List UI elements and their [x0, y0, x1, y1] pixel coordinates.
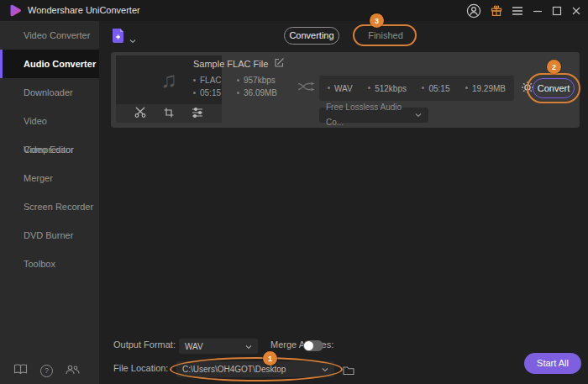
start-all-button[interactable]: Start All [524, 353, 581, 374]
titlebar: Wondershare UniConverter [0, 0, 588, 21]
sidebar: Video Converter Audio Converter Download… [0, 21, 99, 384]
chevron-down-icon [245, 342, 252, 351]
file-tools-strip [116, 104, 222, 123]
file-title: Sample FLAC File [193, 59, 268, 69]
sidebar-item-video-converter[interactable]: Video Converter [0, 21, 99, 50]
chevron-down-icon [415, 108, 422, 123]
merge-all-files-toggle[interactable] [303, 340, 323, 351]
output-format-label: Output Format: [113, 339, 176, 350]
help-icon[interactable]: ? [40, 365, 53, 377]
source-duration: 05:15 [193, 88, 237, 101]
app-title: Wondershare UniConverter [28, 0, 140, 21]
crop-icon[interactable] [164, 106, 174, 121]
output-format-dropdown[interactable]: WAV [179, 339, 258, 354]
sidebar-item-audio-converter[interactable]: Audio Converter [0, 50, 99, 78]
sidebar-item-merger[interactable]: Merger [0, 164, 99, 192]
app-logo-icon [8, 3, 23, 21]
sidebar-item-video-compressor[interactable]: Video Compressor [0, 107, 99, 135]
add-file-icon [111, 27, 127, 47]
codec-dropdown-value: Free Lossless Audio Co... [326, 100, 415, 130]
user-guide-book-icon[interactable] [13, 363, 28, 378]
main-panel: Converting Finished ♫ [99, 21, 588, 384]
annotation-step1-badge: 1 [263, 351, 277, 366]
sidebar-item-downloader[interactable]: Downloader [0, 78, 99, 107]
sidebar-item-screen-recorder[interactable]: Screen Recorder [0, 192, 99, 221]
target-file-info: WAV 512kbps 05:15 19.29MB [319, 76, 514, 101]
music-note-icon: ♫ [160, 67, 177, 93]
chevron-down-icon [129, 32, 136, 47]
gift-icon[interactable] [491, 5, 502, 17]
menu-icon[interactable] [512, 6, 523, 16]
merge-all-files-label: Merge All Files: [270, 339, 333, 350]
close-icon[interactable] [571, 6, 581, 16]
add-file-button[interactable] [111, 27, 136, 47]
source-file-info: FLAC 957kbps 05:15 36.09MB [193, 76, 277, 101]
file-card: ♫ Sample FLAC File [111, 52, 580, 128]
source-size: 36.09MB [237, 88, 277, 101]
minimize-icon[interactable] [533, 6, 543, 16]
target-bitrate: 512kbps [368, 84, 407, 93]
sidebar-item-toolbox[interactable]: Toolbox [0, 250, 99, 278]
target-format: WAV [328, 84, 353, 93]
codec-dropdown[interactable]: Free Lossless Audio Co... [319, 108, 428, 123]
annotation-step3-outline [353, 24, 417, 46]
rename-edit-icon[interactable] [274, 56, 285, 71]
toggle-knob [304, 341, 313, 350]
annotation-step3-badge: 3 [370, 13, 384, 28]
source-format: FLAC [193, 76, 237, 88]
sidebar-item-dvd-burner[interactable]: DVD Burner [0, 221, 99, 250]
annotation-step1-outline [170, 357, 343, 381]
sidebar-item-video-editor[interactable]: Video Editor [0, 135, 99, 164]
community-icon[interactable] [66, 363, 80, 378]
annotation-step2-outline [527, 73, 580, 103]
trim-scissors-icon[interactable] [134, 106, 146, 121]
output-format-value: WAV [185, 342, 203, 351]
annotation-step2-badge: 2 [547, 60, 561, 74]
convert-transfer-icon [297, 81, 316, 96]
target-duration: 05:15 [422, 84, 449, 93]
effects-sliders-icon[interactable] [192, 106, 203, 121]
account-avatar-icon[interactable] [466, 3, 481, 18]
file-location-label: File Location: [113, 363, 168, 373]
source-bitrate: 957kbps [237, 76, 277, 88]
target-size: 19.29MB [465, 84, 506, 93]
tab-converting[interactable]: Converting [284, 27, 339, 45]
open-folder-icon[interactable] [343, 364, 354, 379]
maximize-icon[interactable] [552, 6, 562, 16]
